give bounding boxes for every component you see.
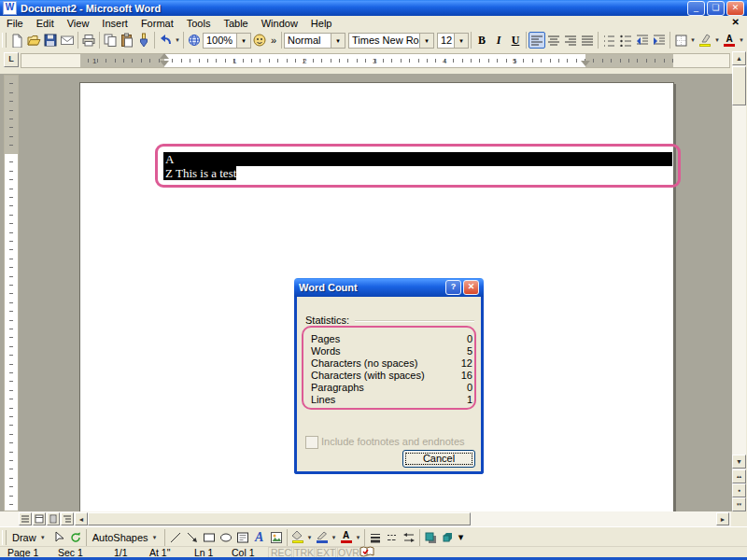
dialog-help-icon[interactable]: ? xyxy=(445,280,461,295)
threed-style-icon[interactable] xyxy=(439,529,456,546)
vertical-scrollbar-thumb[interactable] xyxy=(732,66,746,105)
right-indent-marker[interactable] xyxy=(581,61,590,66)
arrow-tool-icon[interactable] xyxy=(184,529,201,546)
font-combo[interactable]: Times New Roman ▾ xyxy=(348,33,434,49)
menu-help[interactable]: Help xyxy=(304,17,339,30)
numbering-button[interactable] xyxy=(600,32,617,49)
menu-window[interactable]: Window xyxy=(255,17,304,30)
wordart-icon[interactable]: A xyxy=(251,529,268,546)
cancel-button[interactable]: Cancel xyxy=(402,450,475,468)
increase-indent-button[interactable] xyxy=(651,32,668,49)
line-tool-icon[interactable] xyxy=(167,529,184,546)
bold-button[interactable]: B xyxy=(473,32,490,49)
drawbar-options-icon[interactable]: ▾ xyxy=(456,529,467,546)
web-layout-view-icon[interactable] xyxy=(33,512,46,525)
line-color-dropdown-icon[interactable]: ▾ xyxy=(331,534,338,541)
align-right-button[interactable] xyxy=(562,32,579,49)
font-dropdown-icon[interactable]: ▾ xyxy=(419,34,433,48)
menu-table[interactable]: Table xyxy=(217,17,254,30)
scroll-right-icon[interactable]: ► xyxy=(716,512,729,525)
line-color-button[interactable] xyxy=(314,529,331,546)
select-objects-icon[interactable] xyxy=(50,529,67,546)
horizontal-scrollbar[interactable]: ◄ ► xyxy=(0,511,731,526)
menu-insert[interactable]: Insert xyxy=(95,17,134,30)
drawing-font-color-dropdown-icon[interactable]: ▾ xyxy=(355,534,362,541)
close-document-icon[interactable]: ✕ xyxy=(728,16,743,28)
save-button[interactable] xyxy=(42,32,59,49)
close-button[interactable]: ✕ xyxy=(726,1,744,16)
align-left-button[interactable] xyxy=(529,32,545,49)
decrease-indent-button[interactable] xyxy=(634,32,651,49)
open-button[interactable] xyxy=(25,32,42,49)
font-size-combo[interactable]: 12 ▾ xyxy=(437,33,469,49)
style-combo[interactable]: Normal ▾ xyxy=(284,33,345,49)
first-line-indent-marker[interactable] xyxy=(160,53,169,59)
undo-button[interactable] xyxy=(157,32,174,49)
zoom-combo[interactable]: 100% ▾ xyxy=(203,33,251,49)
new-document-button[interactable] xyxy=(8,32,25,49)
print-layout-view-icon[interactable] xyxy=(47,512,60,525)
menu-file[interactable]: File xyxy=(0,17,30,30)
rectangle-tool-icon[interactable] xyxy=(201,529,218,546)
font-color-button[interactable]: A xyxy=(721,32,738,49)
align-center-button[interactable] xyxy=(545,32,562,49)
help-assistant-button[interactable] xyxy=(251,32,268,49)
email-button[interactable] xyxy=(59,32,76,49)
outside-border-button[interactable] xyxy=(672,32,689,49)
free-rotate-icon[interactable] xyxy=(67,529,84,546)
line-style-icon[interactable] xyxy=(367,529,384,546)
style-dropdown-icon[interactable]: ▾ xyxy=(331,34,345,48)
shadow-style-icon[interactable] xyxy=(422,529,439,546)
underline-button[interactable]: U xyxy=(507,32,524,49)
text-box-tool-icon[interactable] xyxy=(234,529,251,546)
scroll-down-icon[interactable]: ▼ xyxy=(732,455,746,469)
zoom-dropdown-icon[interactable]: ▾ xyxy=(236,34,250,48)
highlight-button[interactable] xyxy=(697,32,713,49)
select-browse-object-icon[interactable]: ● xyxy=(732,483,746,497)
menu-format[interactable]: Format xyxy=(134,17,180,30)
minimize-button[interactable]: _ xyxy=(687,1,705,16)
scroll-up-icon[interactable]: ▲ xyxy=(732,51,746,65)
dialog-close-icon[interactable]: ✕ xyxy=(463,280,479,295)
hanging-indent-marker[interactable] xyxy=(160,61,169,66)
horizontal-scrollbar-thumb[interactable] xyxy=(88,512,471,525)
arrow-style-icon[interactable] xyxy=(401,529,417,546)
format-painter-button[interactable] xyxy=(135,32,152,49)
vertical-scrollbar[interactable]: ▲ ▼ ▴▴ ● ▾▾ xyxy=(732,51,746,511)
normal-view-icon[interactable] xyxy=(19,512,32,525)
border-dropdown-icon[interactable]: ▾ xyxy=(689,36,697,44)
toolbar-options-icon[interactable]: » xyxy=(268,32,279,49)
outline-view-icon[interactable] xyxy=(61,512,74,525)
bullets-button[interactable] xyxy=(617,32,634,49)
autoshapes-menu-button[interactable]: AutoShapes ▾ xyxy=(89,531,162,544)
tab-selector-icon[interactable]: L xyxy=(4,52,19,67)
paste-button[interactable] xyxy=(119,32,135,49)
scroll-left-icon[interactable]: ◄ xyxy=(75,512,88,525)
undo-dropdown-icon[interactable]: ▾ xyxy=(174,36,181,44)
insert-clipart-icon[interactable] xyxy=(268,529,285,546)
menu-view[interactable]: View xyxy=(61,17,96,30)
justify-button[interactable] xyxy=(579,32,596,49)
highlight-dropdown-icon[interactable]: ▾ xyxy=(713,36,721,44)
menu-tools[interactable]: Tools xyxy=(180,17,218,30)
menu-bar: File Edit View Insert Format Tools Table… xyxy=(0,16,747,31)
include-footnotes-checkbox[interactable] xyxy=(305,436,318,449)
copy-button[interactable] xyxy=(102,32,119,49)
italic-button[interactable]: I xyxy=(490,32,507,49)
fill-color-button[interactable] xyxy=(289,529,306,546)
font-size-dropdown-icon[interactable]: ▾ xyxy=(454,34,468,48)
dash-style-icon[interactable] xyxy=(384,529,401,546)
toolbar-grip[interactable] xyxy=(2,33,7,48)
drawing-font-color-button[interactable]: A xyxy=(338,529,355,546)
font-color-dropdown-icon[interactable]: ▾ xyxy=(738,36,745,44)
restore-button[interactable]: ❏ xyxy=(707,1,725,16)
next-page-icon[interactable]: ▾▾ xyxy=(732,497,746,511)
menu-edit[interactable]: Edit xyxy=(30,17,61,30)
draw-menu-button[interactable]: Draw ▾ xyxy=(8,531,50,544)
fill-color-dropdown-icon[interactable]: ▾ xyxy=(306,534,314,541)
oval-tool-icon[interactable] xyxy=(218,529,234,546)
toolbar-grip[interactable] xyxy=(2,530,7,545)
print-button[interactable] xyxy=(80,32,97,49)
insert-hyperlink-button[interactable] xyxy=(186,32,203,49)
previous-page-icon[interactable]: ▴▴ xyxy=(732,469,746,483)
